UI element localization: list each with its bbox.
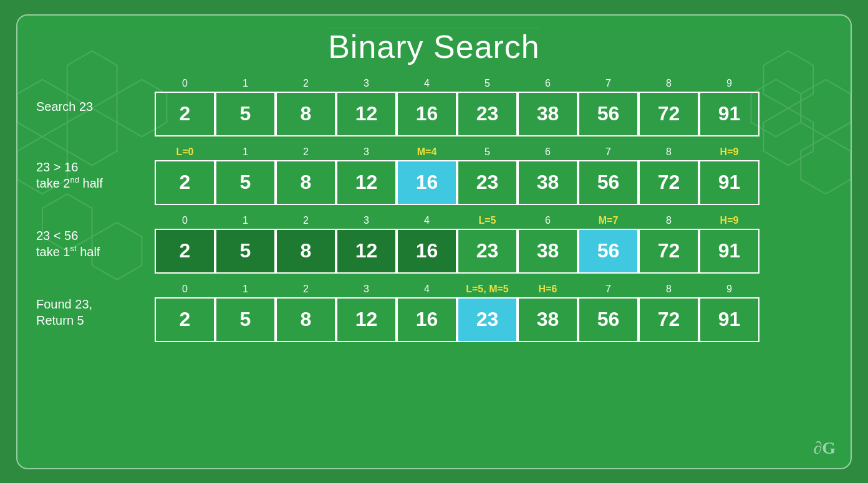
cell-2-4: 16 xyxy=(397,229,457,274)
cell-1-1: 5 xyxy=(215,160,276,205)
cell-3-2: 8 xyxy=(276,297,336,342)
index-cell-3-7: 7 xyxy=(578,282,639,296)
index-cell-1-1: 1 xyxy=(215,145,276,159)
index-cell-0-7: 7 xyxy=(578,77,639,90)
index-cell-2-0: 0 xyxy=(155,214,215,227)
cell-1-0: 2 xyxy=(155,160,215,205)
page-title: Binary Search xyxy=(328,28,540,65)
cell-0-2: 8 xyxy=(276,92,336,136)
index-cell-2-1: 1 xyxy=(215,214,276,227)
cell-0-5: 23 xyxy=(457,92,518,136)
cell-3-8: 72 xyxy=(639,297,699,342)
row-label-1: 23 > 16take 2nd half xyxy=(36,159,155,191)
cell-1-5: 23 xyxy=(457,160,518,205)
cell-2-5: 23 xyxy=(457,229,518,274)
cell-1-9: 91 xyxy=(699,160,760,205)
index-cell-0-9: 9 xyxy=(699,77,760,90)
cell-2-0: 2 xyxy=(155,229,215,274)
cell-2-8: 72 xyxy=(639,229,699,274)
index-cell-0-4: 4 xyxy=(397,77,457,90)
indices-row-3: 01234L=5, M=5H=6789 xyxy=(155,282,832,296)
row-label-2: 23 < 56take 1st half xyxy=(36,227,155,260)
cell-0-9: 91 xyxy=(699,92,760,136)
indices-row-0: 0123456789 xyxy=(155,77,832,90)
logo: ∂G xyxy=(813,438,836,458)
cell-3-9: 91 xyxy=(699,297,760,342)
index-cell-0-5: 5 xyxy=(457,77,518,90)
index-cell-1-3: 3 xyxy=(336,145,397,159)
content-area: Search 2301234567892581216233856729123 >… xyxy=(36,77,832,342)
cell-0-4: 16 xyxy=(397,92,457,136)
main-card: Binary Search Search 2301234567892581216… xyxy=(16,14,852,469)
index-cell-3-6: H=6 xyxy=(518,282,578,296)
index-cell-0-3: 3 xyxy=(336,77,397,90)
cell-2-3: 12 xyxy=(336,229,397,274)
cell-2-6: 38 xyxy=(518,229,578,274)
cell-3-0: 2 xyxy=(155,297,215,342)
cell-2-1: 5 xyxy=(215,229,276,274)
index-cell-2-3: 3 xyxy=(336,214,397,227)
cell-2-9: 91 xyxy=(699,229,760,274)
cell-1-7: 56 xyxy=(578,160,639,205)
array-row-1: 23 > 16take 2nd halfL=0123M=45678H=92581… xyxy=(36,145,832,205)
row-label-3: Found 23,Return 5 xyxy=(36,296,155,328)
index-cell-3-5: L=5, M=5 xyxy=(457,282,518,296)
array-row-3: Found 23,Return 501234L=5, M=5H=67892581… xyxy=(36,282,832,342)
index-cell-0-2: 2 xyxy=(276,77,336,90)
index-cell-1-2: 2 xyxy=(276,145,336,159)
index-cell-2-7: M=7 xyxy=(578,214,639,227)
cell-0-6: 38 xyxy=(518,92,578,136)
cell-0-1: 5 xyxy=(215,92,276,136)
cell-3-5: 23 xyxy=(457,297,518,342)
array-container-0: 012345678925812162338567291 xyxy=(155,77,832,136)
index-cell-3-4: 4 xyxy=(397,282,457,296)
array-row-2: 23 < 56take 1st half01234L=56M=78H=92581… xyxy=(36,214,832,274)
index-cell-0-1: 1 xyxy=(215,77,276,90)
index-cell-2-6: 6 xyxy=(518,214,578,227)
row-label-0: Search 23 xyxy=(36,98,155,115)
index-cell-3-2: 2 xyxy=(276,282,336,296)
index-cell-1-9: H=9 xyxy=(699,145,760,159)
index-cell-0-8: 8 xyxy=(639,77,699,90)
cells-row-1: 25812162338567291 xyxy=(155,160,832,205)
index-cell-2-9: H=9 xyxy=(699,214,760,227)
index-cell-1-6: 6 xyxy=(518,145,578,159)
cell-3-1: 5 xyxy=(215,297,276,342)
cells-row-0: 25812162338567291 xyxy=(155,92,832,136)
index-cell-3-1: 1 xyxy=(215,282,276,296)
array-row-0: Search 23012345678925812162338567291 xyxy=(36,77,832,136)
index-cell-3-0: 0 xyxy=(155,282,215,296)
index-cell-3-8: 8 xyxy=(639,282,699,296)
cell-3-7: 56 xyxy=(578,297,639,342)
indices-row-1: L=0123M=45678H=9 xyxy=(155,145,832,159)
cell-0-3: 12 xyxy=(336,92,397,136)
cells-row-2: 25812162338567291 xyxy=(155,229,832,274)
index-cell-1-8: 8 xyxy=(639,145,699,159)
cell-3-6: 38 xyxy=(518,297,578,342)
cell-3-3: 12 xyxy=(336,297,397,342)
index-cell-3-9: 9 xyxy=(699,282,760,296)
cell-1-3: 12 xyxy=(336,160,397,205)
cell-1-6: 38 xyxy=(518,160,578,205)
indices-row-2: 01234L=56M=78H=9 xyxy=(155,214,832,227)
cells-row-3: 25812162338567291 xyxy=(155,297,832,342)
index-cell-0-0: 0 xyxy=(155,77,215,90)
array-container-2: 01234L=56M=78H=925812162338567291 xyxy=(155,214,832,274)
cell-2-2: 8 xyxy=(276,229,336,274)
index-cell-3-3: 3 xyxy=(336,282,397,296)
index-cell-2-4: 4 xyxy=(397,214,457,227)
index-cell-2-2: 2 xyxy=(276,214,336,227)
cell-0-7: 56 xyxy=(578,92,639,136)
cell-2-7: 56 xyxy=(578,229,639,274)
array-container-3: 01234L=5, M=5H=678925812162338567291 xyxy=(155,282,832,342)
cell-1-2: 8 xyxy=(276,160,336,205)
cell-3-4: 16 xyxy=(397,297,457,342)
array-container-1: L=0123M=45678H=925812162338567291 xyxy=(155,145,832,205)
index-cell-1-4: M=4 xyxy=(397,145,457,159)
cell-1-4: 16 xyxy=(397,160,457,205)
index-cell-1-0: L=0 xyxy=(155,145,215,159)
index-cell-0-6: 6 xyxy=(518,77,578,90)
cell-0-8: 72 xyxy=(639,92,699,136)
cell-1-8: 72 xyxy=(639,160,699,205)
index-cell-2-5: L=5 xyxy=(457,214,518,227)
